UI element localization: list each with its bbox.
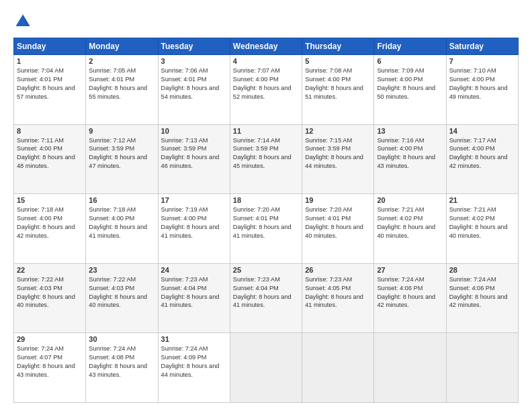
day-number: 15 xyxy=(17,196,83,204)
daylight-label: Daylight: 8 hours and 41 minutes. xyxy=(233,293,292,309)
calendar-cell: 1 Sunrise: 7:04 AM Sunset: 4:01 PM Dayli… xyxy=(14,55,86,125)
day-info: Sunrise: 7:24 AM Sunset: 4:06 PM Dayligh… xyxy=(449,275,515,310)
sunrise-label: Sunrise: 7:13 AM xyxy=(161,137,208,144)
calendar-cell: 25 Sunrise: 7:23 AM Sunset: 4:04 PM Dayl… xyxy=(230,263,302,333)
calendar-cell: 29 Sunrise: 7:24 AM Sunset: 4:07 PM Dayl… xyxy=(14,333,86,403)
day-number: 11 xyxy=(233,127,299,135)
day-number: 21 xyxy=(449,196,515,204)
day-number: 7 xyxy=(449,57,515,65)
calendar-cell: 18 Sunrise: 7:20 AM Sunset: 4:01 PM Dayl… xyxy=(230,194,302,264)
calendar-table: SundayMondayTuesdayWednesdayThursdayFrid… xyxy=(13,38,519,403)
day-info: Sunrise: 7:04 AM Sunset: 4:01 PM Dayligh… xyxy=(17,66,83,101)
day-number: 24 xyxy=(161,266,227,274)
sunrise-label: Sunrise: 7:24 AM xyxy=(161,345,208,352)
day-info: Sunrise: 7:06 AM Sunset: 4:01 PM Dayligh… xyxy=(161,66,227,101)
day-header-thursday: Thursday xyxy=(302,38,374,55)
day-number: 29 xyxy=(17,335,83,343)
day-number: 16 xyxy=(89,196,154,204)
calendar-cell: 21 Sunrise: 7:21 AM Sunset: 4:02 PM Dayl… xyxy=(446,194,518,264)
daylight-label: Daylight: 8 hours and 40 minutes. xyxy=(377,224,435,239)
day-number: 13 xyxy=(377,127,443,135)
sunrise-label: Sunrise: 7:22 AM xyxy=(17,276,64,283)
sunrise-label: Sunrise: 7:20 AM xyxy=(233,206,280,213)
sunset-label: Sunset: 4:02 PM xyxy=(377,215,423,222)
day-number: 22 xyxy=(17,266,83,274)
calendar-cell: 10 Sunrise: 7:13 AM Sunset: 3:59 PM Dayl… xyxy=(158,124,230,194)
day-info: Sunrise: 7:08 AM Sunset: 4:00 PM Dayligh… xyxy=(305,66,371,101)
daylight-label: Daylight: 8 hours and 50 minutes. xyxy=(377,85,435,100)
daylight-label: Daylight: 8 hours and 57 minutes. xyxy=(17,85,75,100)
day-info: Sunrise: 7:24 AM Sunset: 4:09 PM Dayligh… xyxy=(161,345,227,379)
day-info: Sunrise: 7:05 AM Sunset: 4:01 PM Dayligh… xyxy=(89,66,154,101)
day-number: 12 xyxy=(305,127,371,135)
sunrise-label: Sunrise: 7:16 AM xyxy=(377,137,424,144)
calendar-cell: 6 Sunrise: 7:09 AM Sunset: 4:00 PM Dayli… xyxy=(374,55,446,125)
calendar-cell: 27 Sunrise: 7:24 AM Sunset: 4:06 PM Dayl… xyxy=(374,263,446,333)
day-info: Sunrise: 7:18 AM Sunset: 4:00 PM Dayligh… xyxy=(89,205,154,240)
daylight-label: Daylight: 8 hours and 48 minutes. xyxy=(17,154,75,169)
sunset-label: Sunset: 4:00 PM xyxy=(305,76,351,83)
daylight-label: Daylight: 8 hours and 44 minutes. xyxy=(161,363,220,378)
sunrise-label: Sunrise: 7:22 AM xyxy=(89,276,136,283)
day-info: Sunrise: 7:24 AM Sunset: 4:08 PM Dayligh… xyxy=(89,345,154,379)
day-number: 4 xyxy=(233,57,299,65)
day-header-wednesday: Wednesday xyxy=(230,38,302,55)
day-number: 9 xyxy=(89,127,154,135)
sunrise-label: Sunrise: 7:23 AM xyxy=(233,276,280,283)
logo xyxy=(13,12,35,31)
calendar-cell: 31 Sunrise: 7:24 AM Sunset: 4:09 PM Dayl… xyxy=(158,333,230,403)
daylight-label: Daylight: 8 hours and 52 minutes. xyxy=(233,85,292,100)
sunrise-label: Sunrise: 7:24 AM xyxy=(89,345,136,352)
sunset-label: Sunset: 4:04 PM xyxy=(233,285,279,291)
header xyxy=(13,12,519,31)
daylight-label: Daylight: 8 hours and 46 minutes. xyxy=(161,154,220,169)
daylight-label: Daylight: 8 hours and 55 minutes. xyxy=(89,85,147,100)
week-row-1: 1 Sunrise: 7:04 AM Sunset: 4:01 PM Dayli… xyxy=(14,55,519,125)
day-number: 26 xyxy=(305,266,371,274)
day-info: Sunrise: 7:14 AM Sunset: 3:59 PM Dayligh… xyxy=(233,136,299,171)
day-number: 27 xyxy=(377,266,443,274)
sunrise-label: Sunrise: 7:24 AM xyxy=(449,276,496,283)
sunrise-label: Sunrise: 7:11 AM xyxy=(17,137,64,144)
day-number: 10 xyxy=(161,127,227,135)
day-info: Sunrise: 7:07 AM Sunset: 4:00 PM Dayligh… xyxy=(233,66,299,101)
day-info: Sunrise: 7:21 AM Sunset: 4:02 PM Dayligh… xyxy=(377,205,443,240)
calendar-cell: 16 Sunrise: 7:18 AM Sunset: 4:00 PM Dayl… xyxy=(86,194,158,264)
calendar-cell: 28 Sunrise: 7:24 AM Sunset: 4:06 PM Dayl… xyxy=(446,263,518,333)
calendar-cell: 7 Sunrise: 7:10 AM Sunset: 4:00 PM Dayli… xyxy=(446,55,518,125)
sunset-label: Sunset: 4:02 PM xyxy=(449,215,495,222)
daylight-label: Daylight: 8 hours and 41 minutes. xyxy=(89,224,147,239)
calendar-cell: 14 Sunrise: 7:17 AM Sunset: 4:00 PM Dayl… xyxy=(446,124,518,194)
day-info: Sunrise: 7:15 AM Sunset: 3:59 PM Dayligh… xyxy=(305,136,371,171)
calendar-header-row: SundayMondayTuesdayWednesdayThursdayFrid… xyxy=(14,38,519,55)
day-number: 19 xyxy=(305,196,371,204)
sunrise-label: Sunrise: 7:24 AM xyxy=(377,276,424,283)
week-row-4: 22 Sunrise: 7:22 AM Sunset: 4:03 PM Dayl… xyxy=(14,263,519,333)
sunrise-label: Sunrise: 7:09 AM xyxy=(377,67,424,74)
day-number: 28 xyxy=(449,266,515,274)
sunset-label: Sunset: 4:01 PM xyxy=(17,76,62,83)
daylight-label: Daylight: 8 hours and 49 minutes. xyxy=(449,85,508,100)
sunset-label: Sunset: 4:01 PM xyxy=(305,215,351,222)
calendar-cell: 8 Sunrise: 7:11 AM Sunset: 4:00 PM Dayli… xyxy=(14,124,86,194)
day-info: Sunrise: 7:23 AM Sunset: 4:04 PM Dayligh… xyxy=(233,275,299,310)
daylight-label: Daylight: 8 hours and 41 minutes. xyxy=(161,293,220,309)
sunrise-label: Sunrise: 7:23 AM xyxy=(305,276,352,283)
sunset-label: Sunset: 3:59 PM xyxy=(89,145,134,152)
day-header-monday: Monday xyxy=(86,38,158,55)
sunset-label: Sunset: 4:00 PM xyxy=(377,76,423,83)
day-info: Sunrise: 7:23 AM Sunset: 4:05 PM Dayligh… xyxy=(305,275,371,310)
sunset-label: Sunset: 4:07 PM xyxy=(17,354,62,361)
day-header-friday: Friday xyxy=(374,38,446,55)
daylight-label: Daylight: 8 hours and 42 minutes. xyxy=(17,224,75,239)
calendar-cell: 11 Sunrise: 7:14 AM Sunset: 3:59 PM Dayl… xyxy=(230,124,302,194)
sunset-label: Sunset: 4:06 PM xyxy=(377,285,423,291)
calendar-cell xyxy=(302,333,374,403)
week-row-5: 29 Sunrise: 7:24 AM Sunset: 4:07 PM Dayl… xyxy=(14,333,519,403)
sunset-label: Sunset: 3:59 PM xyxy=(305,145,351,152)
sunset-label: Sunset: 4:00 PM xyxy=(449,76,495,83)
day-header-tuesday: Tuesday xyxy=(158,38,230,55)
sunset-label: Sunset: 4:08 PM xyxy=(89,354,134,361)
day-header-sunday: Sunday xyxy=(14,38,86,55)
daylight-label: Daylight: 8 hours and 43 minutes. xyxy=(17,363,75,378)
